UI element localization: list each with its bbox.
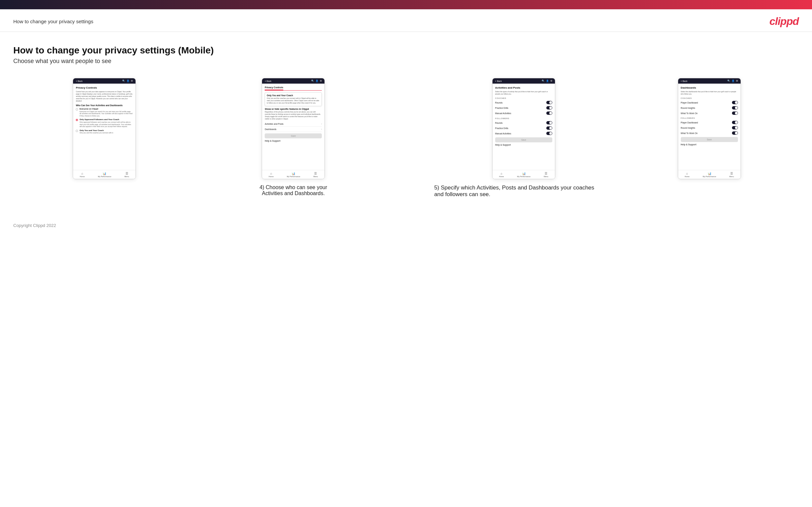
phone1-nav-menu[interactable]: ☰ Menu <box>124 172 129 177</box>
phone1-option2-desc: Only approved followers and coaches you … <box>80 121 133 128</box>
phone-group-3: < Back 🔍 👤 ⚙ Activities and Posts Select… <box>434 78 613 179</box>
phone4-toggle2-switch[interactable] <box>732 106 738 110</box>
phone1-icons: 🔍 👤 ⚙ <box>122 79 133 82</box>
home-icon: ⌂ <box>686 172 688 175</box>
phone1-option2[interactable]: Only Approved Followers and Your Coach O… <box>76 118 133 127</box>
phone3-toggle2-switch[interactable] <box>546 106 552 110</box>
phone4-toggle5-switch[interactable] <box>732 126 738 129</box>
phone1-option3[interactable]: Only You and Your Coach Only you and the… <box>76 129 133 134</box>
phone4-toggle4-label: Player Dashboard <box>681 121 698 124</box>
phone3-toggle5-switch[interactable] <box>546 126 552 130</box>
phone2-section-body: Regardless of the privacy controls that … <box>265 111 322 120</box>
phone2-tab-privacy[interactable]: Privacy Controls <box>265 86 283 90</box>
person-icon[interactable]: 👤 <box>126 79 130 82</box>
home-icon: ⌂ <box>81 172 83 175</box>
phone1-radio1[interactable] <box>76 108 78 111</box>
phone3-toggle4-switch[interactable] <box>546 121 552 124</box>
phone3-nav-home[interactable]: ⌂ Home <box>499 172 504 177</box>
phone2-nav-menu-label: Menu <box>313 175 318 177</box>
phone2-popup-desc: Only you and the coaches you connect wit… <box>267 97 320 104</box>
phone4-toggle1-switch[interactable] <box>732 101 738 104</box>
phone1-option1[interactable]: Everyone on Clippd Everyone on Clippd ca… <box>76 108 133 117</box>
settings-icon[interactable]: ⚙ <box>131 79 133 82</box>
phone2-item2[interactable]: Dashboards › <box>265 127 322 132</box>
phone3-help: Help & Support <box>495 144 552 146</box>
phone2-nav-menu[interactable]: ☰ Menu <box>313 172 318 177</box>
phone2-nav-home-label: Home <box>269 175 274 177</box>
phone3-toggle6-switch[interactable] <box>546 132 552 135</box>
page-heading: How to change your privacy settings (Mob… <box>13 45 799 56</box>
phone3-toggle4-label: Rounds <box>495 122 503 124</box>
phone3-toggle3-label: Manual Activities <box>495 112 511 114</box>
phone4-toggle6-switch[interactable] <box>732 131 738 135</box>
phone1-radio2[interactable] <box>76 119 78 121</box>
phone4-toggle5: Round Insights <box>681 125 738 130</box>
phone2-item1-label: Activities and Posts <box>265 123 283 125</box>
phone3-toggle1-label: Rounds <box>495 102 503 104</box>
search-icon[interactable]: 🔍 <box>311 79 314 82</box>
phone4-toggle3: What To Work On <box>681 111 738 116</box>
settings-icon[interactable]: ⚙ <box>550 79 552 82</box>
phone2-content: Privacy Controls Only You and Your Coach… <box>262 83 324 170</box>
phone4-toggle3-switch[interactable] <box>732 111 738 115</box>
header-title: How to change your privacy settings <box>13 18 93 24</box>
phone-mockup-1: < Back 🔍 👤 ⚙ Privacy Controls Control ho… <box>73 78 136 179</box>
phone1-content: Privacy Controls Control how you and you… <box>73 83 136 170</box>
phone1-radio3[interactable] <box>76 130 78 132</box>
phone2-save-btn[interactable]: Save <box>265 133 322 138</box>
phone4-save-btn[interactable]: Save <box>681 137 738 142</box>
phone2-back[interactable]: < Back <box>265 80 271 82</box>
person-icon[interactable]: 👤 <box>731 79 734 82</box>
phone2-popup: Only You and Your Coach Only you and the… <box>265 92 322 106</box>
phone2-nav-home[interactable]: ⌂ Home <box>269 172 274 177</box>
phone4-nav-perf-label: My Performance <box>703 175 716 177</box>
phone4-toggle1: Player Dashboard <box>681 100 738 105</box>
phone4-toggle4-switch[interactable] <box>732 121 738 124</box>
phone4-nav-menu[interactable]: ☰ Menu <box>729 172 734 177</box>
person-icon[interactable]: 👤 <box>546 79 549 82</box>
phone3-screen-desc: Select the types of activity that you'd … <box>495 91 552 95</box>
settings-icon[interactable]: ⚙ <box>736 79 738 82</box>
phone1-option1-label: Everyone on Clippd <box>80 108 133 111</box>
phone3-toggle5-label: Practice Drills <box>495 127 508 129</box>
phone3-nav-perf[interactable]: 📊 My Performance <box>517 172 530 177</box>
phone3-back[interactable]: < Back <box>495 80 502 82</box>
phone2-icons: 🔍 👤 ⚙ <box>311 79 322 82</box>
phone2-nav-perf[interactable]: 📊 My Performance <box>287 172 300 177</box>
search-icon[interactable]: 🔍 <box>122 79 125 82</box>
phone1-back[interactable]: < Back <box>76 80 82 82</box>
copyright: Copyright Clippd 2022 <box>13 223 56 228</box>
phone3-toggle4: Rounds <box>495 120 552 125</box>
phone3-save-btn[interactable]: Save <box>495 137 552 143</box>
menu-icon: ☰ <box>545 172 547 175</box>
phone4-toggle5-label: Round Insights <box>681 127 695 129</box>
search-icon[interactable]: 🔍 <box>727 79 730 82</box>
phone3-toggle3-switch[interactable] <box>546 111 552 115</box>
phone4-nav-home[interactable]: ⌂ Home <box>684 172 690 177</box>
phone1-nav-perf[interactable]: 📊 My Performance <box>98 172 111 177</box>
phone3-toggle6-label: Manual Activities <box>495 132 511 135</box>
phone1-nav-menu-label: Menu <box>124 175 129 177</box>
page-subheading: Choose what you want people to see <box>13 58 799 65</box>
search-icon[interactable]: 🔍 <box>542 79 545 82</box>
settings-icon[interactable]: ⚙ <box>320 79 322 82</box>
phone2-item1[interactable]: Activities and Posts › <box>265 121 322 127</box>
phone4-nav-menu-label: Menu <box>729 175 734 177</box>
phone-group-2: < Back 🔍 👤 ⚙ Privacy Controls Only You a… <box>202 78 385 196</box>
phone4-toggle4: Player Dashboard <box>681 120 738 125</box>
phone-group-1: < Back 🔍 👤 ⚙ Privacy Controls Control ho… <box>13 78 196 179</box>
phone4-bottomnav: ⌂ Home 📊 My Performance ☰ Menu <box>678 170 741 179</box>
phone4-help: Help & Support <box>681 143 738 146</box>
phone4-nav-perf[interactable]: 📊 My Performance <box>703 172 716 177</box>
logo: clippd <box>769 15 799 27</box>
phone3-nav-menu[interactable]: ☰ Menu <box>544 172 548 177</box>
phone4-icons: 🔍 👤 ⚙ <box>727 79 738 82</box>
phone1-nav-home[interactable]: ⌂ Home <box>80 172 85 177</box>
phone2-topbar: < Back 🔍 👤 ⚙ <box>262 78 324 83</box>
phone4-back[interactable]: < Back <box>681 80 688 82</box>
phone3-toggle1-switch[interactable] <box>546 101 552 104</box>
person-icon[interactable]: 👤 <box>315 79 318 82</box>
right-group: < Back 🔍 👤 ⚙ Activities and Posts Select… <box>434 78 799 198</box>
phone3-icons: 🔍 👤 ⚙ <box>542 79 552 82</box>
phone4-nav-home-label: Home <box>684 175 690 177</box>
